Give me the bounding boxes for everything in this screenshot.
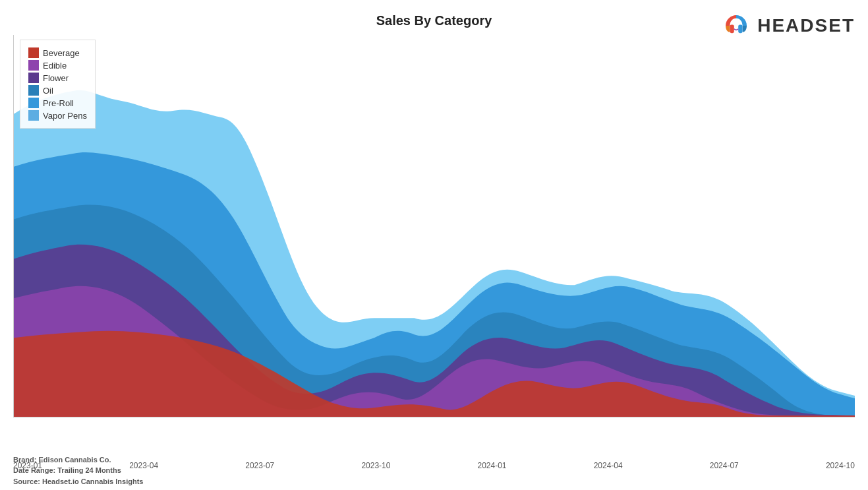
legend-label-preroll: Pre-Roll	[43, 98, 74, 108]
legend-item-edible: Edible	[28, 60, 87, 71]
legend-item-vapor-pens: Vapor Pens	[28, 110, 87, 121]
chart-container: HEADSET Sales By Category Beverage Edibl…	[0, 0, 868, 490]
legend-label-flower: Flower	[43, 73, 69, 83]
legend-color-edible	[28, 60, 39, 71]
legend-label-beverage: Beverage	[43, 48, 80, 58]
footer-info: Brand: Edison Cannabis Co. Date Range: T…	[13, 454, 143, 487]
footer-source: Source: Headset.io Cannabis Insights	[13, 476, 143, 487]
svg-rect-1	[730, 24, 734, 33]
legend-color-flower	[28, 73, 39, 83]
legend-label-oil: Oil	[43, 86, 53, 96]
chart-svg	[14, 35, 855, 417]
x-label-4: 2024-01	[478, 461, 507, 470]
chart-legend: Beverage Edible Flower Oil Pre-Roll Vapo…	[20, 40, 96, 129]
x-label-5: 2024-04	[594, 461, 623, 470]
x-label-6: 2024-07	[710, 461, 739, 470]
legend-color-beverage	[28, 47, 39, 58]
brand-label: Brand:	[13, 456, 36, 464]
legend-item-oil: Oil	[28, 85, 87, 96]
source-label: Source:	[13, 477, 40, 485]
svg-rect-2	[738, 24, 742, 33]
legend-item-beverage: Beverage	[28, 47, 87, 58]
source-value: Headset.io Cannabis Insights	[42, 477, 143, 485]
legend-label-vapor-pens: Vapor Pens	[43, 111, 87, 121]
legend-color-vapor-pens	[28, 110, 39, 121]
legend-item-preroll: Pre-Roll	[28, 98, 87, 108]
x-label-3: 2023-10	[361, 461, 390, 470]
x-label-7: 2024-10	[826, 461, 855, 470]
legend-item-flower: Flower	[28, 73, 87, 83]
brand-value: Edison Cannabis Co.	[39, 456, 111, 464]
date-range-value: Trailing 24 Months	[57, 466, 121, 474]
legend-color-preroll	[28, 98, 39, 108]
legend-label-edible: Edible	[43, 61, 67, 71]
chart-area	[13, 35, 855, 417]
legend-color-oil	[28, 85, 39, 96]
date-range-label: Date Range:	[13, 466, 55, 474]
logo-text: HEADSET	[757, 15, 855, 36]
footer-date-range: Date Range: Trailing 24 Months	[13, 465, 143, 476]
x-label-2: 2023-07	[245, 461, 274, 470]
footer-brand: Brand: Edison Cannabis Co.	[13, 454, 143, 466]
